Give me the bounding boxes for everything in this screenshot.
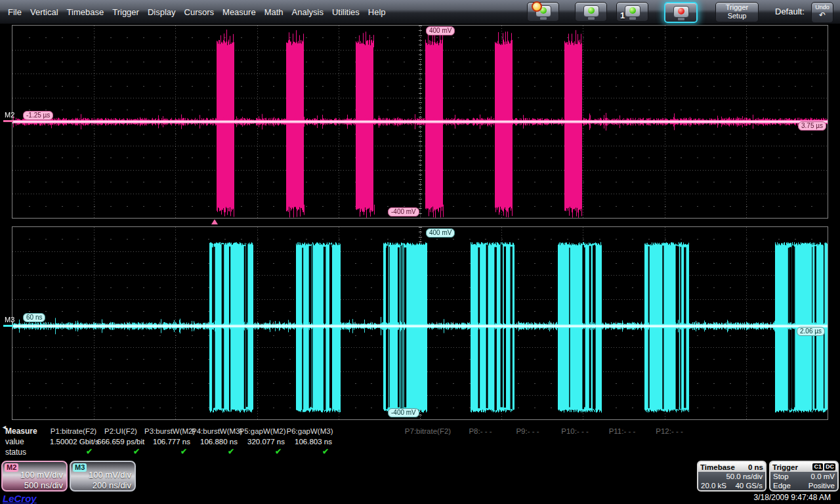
menu-item-cursors[interactable]: Cursors [184,7,215,17]
m3-trace-label[interactable]: M3 [5,316,14,324]
measure-param-label[interactable]: P6:gapW(M3) [286,426,333,436]
m3-waveform-display[interactable] [12,227,828,419]
measure-status-row-label: status [5,447,37,457]
trigger-mode-stop-button[interactable] [664,2,698,23]
menu-item-display[interactable]: Display [148,7,176,17]
menu-item-help[interactable]: Help [368,7,386,17]
measure-param-value [598,436,646,447]
m2-trace-level-marker[interactable] [3,120,13,122]
measure-col-P12[interactable]: P12:- - - [646,426,693,457]
undo-label: Undo [815,4,830,10]
trigger-box[interactable]: Trigger C1 DC Stop 0.0 mV Edge Positive [769,461,839,492]
trigger-mode-normal-button[interactable] [575,2,607,22]
measure-param-label[interactable]: P2:UI(F2) [97,426,144,436]
menu-item-vertical[interactable]: Vertical [30,7,58,17]
measure-param-label[interactable]: P4:burstW(M3) [192,426,239,436]
measure-param-value [457,436,504,447]
m2-descriptor-box[interactable]: M2 100 mV/div 500 ns/div [1,461,68,492]
menu-item-measure[interactable]: Measure [222,7,256,17]
timebase-box[interactable]: Timebase 0 ns 50.0 ns/div 20.0 kS 40 GS/… [697,461,766,492]
menu-item-timebase[interactable]: Timebase [67,7,104,17]
measure-param-label[interactable]: P5:gapW(M2) [239,426,286,436]
measure-param-label[interactable]: P9:- - - [504,426,551,436]
m2-right-time-badge[interactable]: 3.75 µs [798,121,826,131]
menu-items: FileVerticalTimebaseTriggerDisplayCursor… [8,0,386,24]
measure-param-value [646,436,693,447]
menu-item-math[interactable]: Math [264,7,284,17]
undo-button[interactable]: Undo ↶ [811,2,833,23]
datetime-display: 3/18/2009 9:47:48 AM [754,493,831,502]
timebase-per-div: 50.0 ns/div [726,472,763,481]
measure-param-status [646,447,693,457]
default-label: Default: [775,7,805,16]
measure-param-label[interactable]: P12:- - - [646,426,693,436]
m3-waveform-grid: 400 mV -400 mV 60 ns 2.06 µs [12,226,828,420]
measure-param-status: ✔ [192,447,239,457]
timebase-title: Timebase [700,463,735,471]
measure-param-label[interactable]: P8:- - - [457,426,504,436]
measure-col-P2[interactable]: P2:UI(F2)666.659 ps/bit✔ [97,426,144,457]
trigger-setup-line2: Setup [728,12,747,20]
menu-item-trigger[interactable]: Trigger [112,7,139,17]
m3-trace-level-marker[interactable] [3,325,13,327]
m3-left-time-badge[interactable]: 60 ns [23,313,45,322]
menu-item-analysis[interactable]: Analysis [292,7,324,17]
measure-param-value: 1.50002 Gbit/s [50,436,97,447]
measure-col-P4[interactable]: P4:burstW(M3)106.880 ns✔ [192,426,239,457]
undo-arrow-icon: ↶ [812,11,833,19]
measure-col-P8[interactable]: P8:- - - [457,426,504,457]
measure-param-value [399,436,457,447]
trigger-position-marker[interactable] [211,219,218,224]
menu-item-utilities[interactable]: Utilities [332,7,360,17]
measure-param-status [598,447,646,457]
trigger-mode: Stop [773,472,789,481]
measure-col-P9[interactable]: P9:- - - [504,426,551,457]
m3-bottom-scale-badge: -400 mV [388,408,419,417]
measure-col-P7[interactable]: P7:bitrate(F2) [399,426,457,457]
measure-col-P1[interactable]: P1:bitrate(F2)1.50002 Gbit/s✔ [50,426,97,457]
measure-param-value: 106.777 ns [144,436,192,447]
measure-col-P11[interactable]: P11:- - - [598,426,646,457]
measure-param-status: ✔ [239,447,286,457]
m3-descriptor-box[interactable]: M3 100 mV/div 200 ns/div [70,461,136,492]
timebase-samples: 20.0 kS [701,481,726,490]
measure-col-P6[interactable]: P6:gapW(M3)106.803 ns✔ [286,426,333,457]
measure-param-status [399,447,457,457]
m3-right-time-badge[interactable]: 2.06 µs [797,327,825,336]
measure-param-value: 666.659 ps/bit [97,436,144,447]
measure-col-P5[interactable]: P5:gapW(M2)320.077 ns✔ [239,426,286,457]
menu-item-file[interactable]: File [8,7,22,17]
m2-waveform-display[interactable] [12,26,828,218]
m2-top-scale-badge: 400 mV [426,26,455,35]
single-trigger-light-icon [625,5,640,17]
measure-col-P3[interactable]: P3:burstW(M2)106.777 ns✔ [144,426,192,457]
measure-param-status [504,447,551,457]
m3-channel-badge: M3 [73,463,87,472]
m2-left-time-badge[interactable]: -1.25 µs [23,111,53,120]
trigger-mode-single-button[interactable]: 1 [616,2,648,22]
measure-param-label[interactable]: P11:- - - [598,426,646,436]
m3-top-scale-badge: 400 mV [426,228,455,238]
measure-param-value: 106.880 ns [192,436,239,447]
measure-param-status [457,447,504,457]
menu-bar: FileVerticalTimebaseTriggerDisplayCursor… [0,0,840,24]
measure-param-status [551,447,598,457]
measure-param-label[interactable]: P7:bitrate(F2) [399,426,457,436]
trigger-coupling-chip: DC [824,463,835,471]
m2-bottom-scale-badge: -400 mV [388,207,419,217]
trigger-mode-auto-button[interactable] [527,2,559,22]
m2-waveform-grid: 400 mV -400 mV -1.25 µs 3.75 µs [12,25,828,219]
measure-col-P10[interactable]: P10:- - - [551,426,598,457]
m3-horizontal-scale: 200 ns/div [93,480,131,490]
measure-param-value: 320.077 ns [239,436,286,447]
m2-vertical-scale: 100 mV/div [20,470,63,480]
measure-param-status: ✔ [286,447,333,457]
oscilloscope-screen: FileVerticalTimebaseTriggerDisplayCursor… [0,0,840,504]
measure-param-label[interactable]: P3:burstW(M2) [144,426,192,436]
m2-trace-label[interactable]: M2 [5,111,14,119]
lecroy-logo: LeCroy [3,493,37,504]
trigger-setup-button[interactable]: Trigger Setup [715,2,759,22]
measure-param-label[interactable]: P10:- - - [551,426,598,436]
measure-columns: P1:bitrate(F2)1.50002 Gbit/s✔P2:UI(F2)66… [50,426,693,457]
measure-param-label[interactable]: P1:bitrate(F2) [50,426,97,436]
